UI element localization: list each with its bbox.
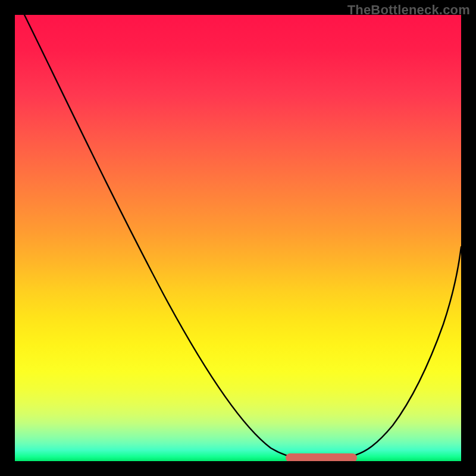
curve-left-branch [24, 15, 300, 458]
curve-right-branch [300, 247, 461, 458]
valley-highlight [286, 453, 357, 461]
chart-container: TheBottleneck.com [0, 0, 476, 476]
watermark-text: TheBottleneck.com [347, 2, 470, 18]
bottleneck-curve [15, 15, 461, 461]
plot-area [15, 15, 461, 461]
